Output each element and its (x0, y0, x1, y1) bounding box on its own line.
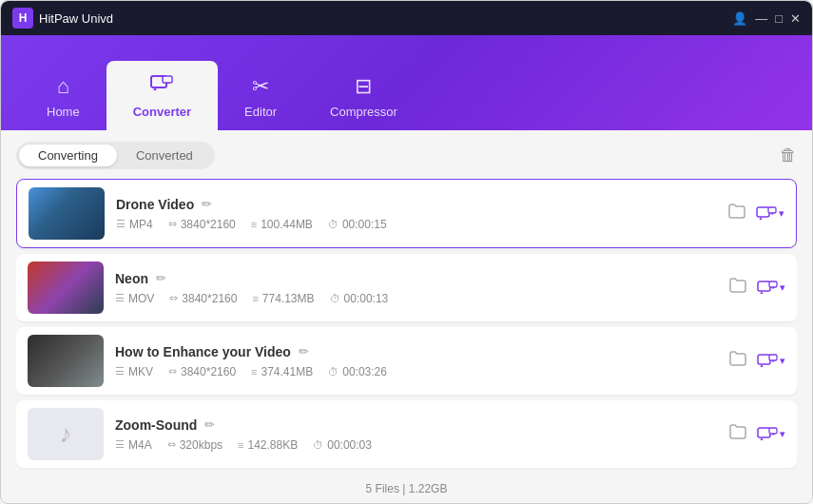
app-logo: H HitPaw Univd (12, 8, 113, 29)
duration-icon: ⏱ (328, 219, 339, 230)
file-resolution: ⇔ 3840*2160 (168, 365, 236, 378)
tab-converted[interactable]: Converted (117, 145, 212, 166)
resolution-icon: ⇔ (168, 218, 177, 230)
nav-home[interactable]: ⌂ Home (20, 63, 106, 130)
file-duration: ⏱ 00:00:03 (313, 438, 372, 452)
title-bar: H HitPaw Univd 👤 — □ ✕ (1, 1, 812, 35)
file-name: Neon (115, 271, 148, 286)
format-icon: ☰ (115, 438, 125, 451)
file-size: ≡ 374.41MB (251, 365, 313, 378)
resolution-icon: ⇔ (169, 292, 178, 304)
file-meta: ☰ MOV ⇔ 3840*2160 ≡ 774.13MB ⏱ 00:00:13 (115, 292, 713, 305)
file-title-row: Neon ✏ (115, 271, 713, 286)
content-area: Converting Converted 🗑 Drone Video ✏ ☰ M… (1, 130, 812, 504)
title-bar-left: H HitPaw Univd (12, 8, 113, 29)
open-folder-button[interactable] (725, 346, 751, 376)
table-row: Drone Video ✏ ☰ MP4 ⇔ 3840*2160 ≡ 100.44… (16, 179, 797, 248)
svg-rect-4 (758, 281, 770, 291)
profile-icon[interactable]: 👤 (732, 12, 747, 25)
nav-converter-label: Converter (133, 105, 191, 119)
file-actions: ▾ (725, 346, 785, 376)
open-folder-button[interactable] (724, 199, 750, 228)
file-info-enhance: How to Enhance your Video ✏ ☰ MKV ⇔ 3840… (115, 344, 713, 378)
duration-icon: ⏱ (313, 439, 323, 451)
file-size: ≡ 100.44MB (251, 218, 313, 231)
size-icon: ≡ (252, 293, 258, 304)
svg-rect-6 (758, 355, 770, 364)
file-title-row: How to Enhance your Video ✏ (115, 344, 713, 359)
edit-icon[interactable]: ✏ (202, 197, 212, 211)
edit-icon[interactable]: ✏ (156, 271, 166, 285)
resolution-icon: ⇔ (167, 438, 176, 451)
convert-button[interactable]: ▾ (757, 280, 785, 297)
file-format: ☰ MOV (115, 292, 154, 305)
file-actions: ▾ (725, 419, 785, 449)
edit-icon[interactable]: ✏ (299, 344, 309, 359)
file-resolution: ⇔ 3840*2160 (169, 292, 237, 305)
table-row: How to Enhance your Video ✏ ☰ MKV ⇔ 3840… (16, 327, 797, 395)
nav-home-label: Home (47, 105, 80, 119)
convert-button[interactable]: ▾ (756, 205, 784, 223)
nav-compressor[interactable]: ⊟ Compressor (303, 63, 424, 130)
file-name: How to Enhance your Video (115, 344, 291, 359)
file-meta: ☰ MP4 ⇔ 3840*2160 ≡ 100.44MB ⏱ 00:00:15 (116, 218, 712, 231)
nav-editor-label: Editor (244, 105, 277, 119)
format-icon: ☰ (116, 218, 126, 230)
convert-button[interactable]: ▾ (757, 426, 785, 443)
editor-icon: ✂ (252, 74, 269, 99)
app-name: HitPaw Univd (39, 11, 113, 26)
svg-rect-5 (769, 281, 777, 287)
size-icon: ≡ (238, 439, 243, 451)
converter-icon (149, 72, 174, 99)
close-button[interactable]: ✕ (790, 12, 801, 25)
svg-rect-1 (163, 76, 172, 83)
delete-all-button[interactable]: 🗑 (780, 145, 797, 165)
file-count-label: 5 Files | 1.22GB (366, 482, 448, 495)
file-size: ≡ 774.13MB (252, 292, 314, 305)
file-format: ☰ MP4 (116, 218, 153, 231)
status-bar: 5 Files | 1.22GB (16, 476, 797, 497)
file-format: ☰ M4A (115, 438, 152, 452)
table-row: ♪ Zoom-Sound ✏ ☰ M4A ⇔ 320kbps (16, 400, 797, 468)
edit-icon[interactable]: ✏ (204, 417, 215, 432)
file-resolution: ⇔ 320kbps (167, 438, 223, 452)
thumbnail-enhance (28, 335, 104, 387)
file-title-row: Drone Video ✏ (116, 197, 712, 212)
file-duration: ⏱ 00:03:26 (328, 365, 387, 378)
duration-icon: ⏱ (328, 366, 339, 378)
file-actions: ▾ (725, 273, 785, 302)
resolution-icon: ⇔ (168, 365, 177, 378)
minimize-button[interactable]: — (755, 12, 767, 25)
file-info-drone-video: Drone Video ✏ ☰ MP4 ⇔ 3840*2160 ≡ 100.44… (116, 197, 712, 231)
chevron-down-icon: ▾ (780, 355, 785, 367)
convert-button[interactable]: ▾ (757, 353, 785, 370)
compressor-icon: ⊟ (355, 74, 372, 99)
home-icon: ⌂ (57, 74, 69, 99)
chevron-down-icon: ▾ (780, 428, 785, 440)
open-folder-button[interactable] (725, 419, 751, 449)
nav-editor[interactable]: ✂ Editor (218, 63, 303, 130)
file-info-zoom-sound: Zoom-Sound ✏ ☰ M4A ⇔ 320kbps ≡ 142.88KB (115, 417, 713, 452)
nav-converter[interactable]: Converter (106, 61, 218, 130)
svg-rect-3 (768, 207, 776, 213)
format-icon: ☰ (115, 292, 125, 304)
table-row: Neon ✏ ☰ MOV ⇔ 3840*2160 ≡ 774.13MB (16, 254, 797, 321)
file-title-row: Zoom-Sound ✏ (115, 417, 713, 433)
chevron-down-icon: ▾ (779, 207, 784, 220)
nav-compressor-label: Compressor (330, 105, 397, 119)
open-folder-button[interactable] (725, 273, 751, 302)
file-meta: ☰ M4A ⇔ 320kbps ≡ 142.88KB ⏱ 00:00:03 (115, 438, 713, 452)
maximize-button[interactable]: □ (775, 12, 783, 25)
nav-bar: ⌂ Home Converter ✂ Editor ⊟ Compressor (1, 35, 812, 130)
chevron-down-icon: ▾ (780, 281, 785, 294)
thumbnail-neon (28, 262, 104, 314)
app-logo-icon: H (12, 8, 33, 29)
file-actions: ▾ (724, 199, 784, 228)
format-icon: ☰ (115, 365, 125, 378)
size-icon: ≡ (251, 219, 257, 230)
file-meta: ☰ MKV ⇔ 3840*2160 ≡ 374.41MB ⏱ 00:03:26 (115, 365, 713, 378)
tab-converting[interactable]: Converting (19, 145, 117, 166)
svg-rect-2 (757, 207, 769, 217)
tab-group: Converting Converted (16, 142, 215, 169)
file-duration: ⏱ 00:00:13 (330, 292, 389, 305)
